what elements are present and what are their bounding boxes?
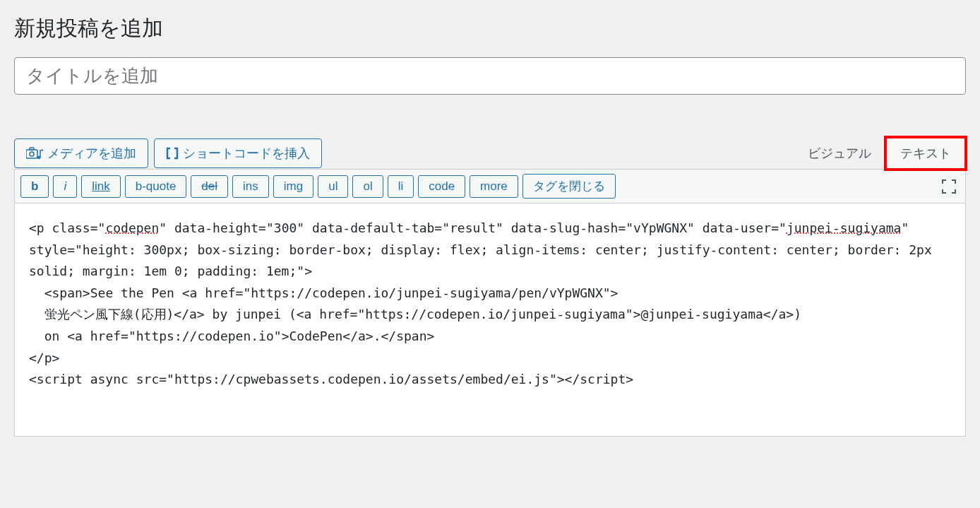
- toolbar-img-button[interactable]: img: [273, 175, 313, 198]
- toolbar-more-button[interactable]: more: [470, 175, 518, 198]
- brackets-icon: [166, 147, 179, 160]
- toolbar-code-button[interactable]: code: [418, 175, 465, 198]
- editor-tabs: ビジュアル テキスト: [794, 137, 966, 170]
- toolbar-ol-button[interactable]: ol: [352, 175, 383, 198]
- svg-rect-2: [30, 148, 34, 150]
- add-media-button[interactable]: メディアを追加: [14, 138, 148, 168]
- svg-rect-0: [26, 150, 37, 158]
- toolbar-ul-button[interactable]: ul: [318, 175, 348, 198]
- page-title: 新規投稿を追加: [14, 14, 966, 43]
- insert-shortcode-label: ショートコードを挿入: [183, 145, 310, 162]
- toolbar-del-button[interactable]: del: [191, 175, 228, 198]
- tab-text[interactable]: テキスト: [885, 137, 966, 170]
- tab-visual[interactable]: ビジュアル: [793, 137, 886, 170]
- insert-shortcode-button[interactable]: ショートコードを挿入: [154, 138, 322, 168]
- toolbar-ins-button[interactable]: ins: [232, 175, 269, 198]
- add-media-label: メディアを追加: [47, 145, 136, 162]
- toolbar-link-button[interactable]: link: [81, 175, 121, 198]
- toolbar-bold-button[interactable]: b: [20, 175, 49, 198]
- text-editor-toolbar: b i link b-quote del ins img ul ol li co…: [14, 169, 966, 203]
- fullscreen-icon[interactable]: [938, 176, 960, 197]
- svg-point-1: [30, 152, 34, 156]
- post-title-input[interactable]: [14, 57, 966, 95]
- camera-music-icon: [26, 146, 43, 160]
- toolbar-close-tags-button[interactable]: タグを閉じる: [522, 174, 616, 199]
- editor-text-content[interactable]: <p class="codepen" data-height="300" dat…: [14, 203, 966, 437]
- toolbar-bquote-button[interactable]: b-quote: [125, 175, 187, 198]
- toolbar-italic-button[interactable]: i: [53, 175, 77, 198]
- left-buttons: メディアを追加 ショートコードを挿入: [14, 138, 322, 168]
- toolbar-li-button[interactable]: li: [388, 175, 414, 198]
- editor-top-row: メディアを追加 ショートコードを挿入 ビジュアル テキスト: [14, 137, 966, 170]
